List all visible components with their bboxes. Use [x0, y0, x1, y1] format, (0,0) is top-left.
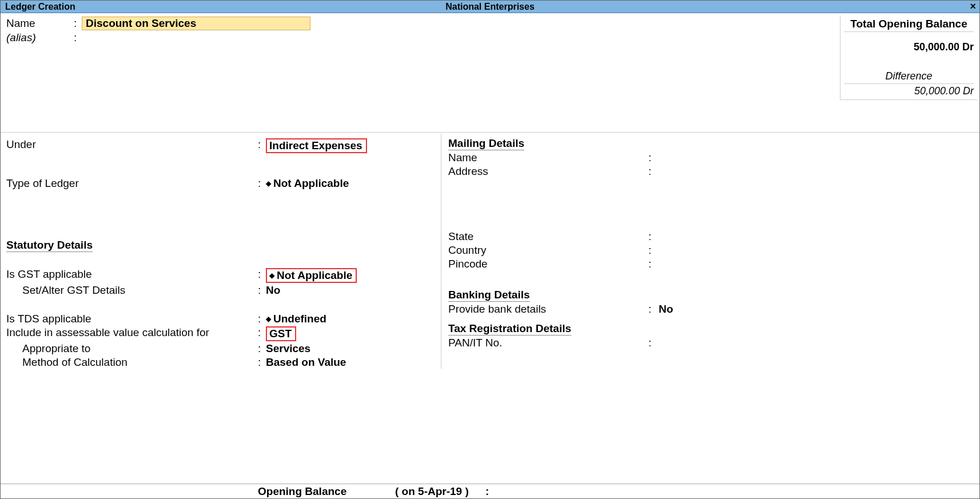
colon: : — [74, 31, 82, 44]
bank-details-label: Provide bank details — [448, 303, 648, 316]
under-label: Under — [6, 138, 258, 151]
method-calc-label: Method of Calculation — [22, 356, 258, 369]
colon: : — [648, 303, 659, 316]
tds-applicable-value[interactable]: Undefined — [266, 313, 326, 325]
type-of-ledger-label: Type of Ledger — [6, 177, 258, 190]
gst-applicable-value[interactable]: Not Applicable — [266, 268, 357, 283]
content-columns: Under : Indirect Expenses Type of Ledger… — [1, 133, 979, 369]
tds-applicable-label: Is TDS applicable — [6, 313, 258, 325]
colon: : — [648, 258, 659, 270]
total-opening-balance-heading: Total Opening Balance — [844, 18, 974, 32]
ledger-name-input[interactable]: Discount on Services — [82, 17, 310, 30]
opening-balance-box: Total Opening Balance 50,000.00 Dr Diffe… — [840, 15, 977, 100]
mailing-name-label: Name — [448, 151, 648, 164]
colon: : — [648, 244, 659, 257]
appropriate-to-label: Appropriate to — [22, 342, 258, 355]
under-value[interactable]: Indirect Expenses — [266, 138, 367, 153]
colon: : — [648, 165, 659, 178]
pincode-label: Pincode — [448, 258, 648, 270]
close-icon[interactable]: × — [970, 1, 976, 13]
name-section: Name : Discount on Services (alias) : — [1, 13, 979, 46]
gst-applicable-label: Is GST applicable — [6, 268, 258, 281]
colon: : — [258, 284, 266, 297]
title-bar: Ledger Creation National Enterprises × — [1, 1, 979, 13]
mailing-details-heading: Mailing Details — [448, 137, 524, 150]
colon: : — [258, 177, 266, 190]
opening-balance-label: Opening Balance — [258, 485, 346, 498]
set-alter-gst-label: Set/Alter GST Details — [22, 284, 258, 297]
left-column: Under : Indirect Expenses Type of Ledger… — [6, 134, 441, 369]
include-assessable-label: Include in assessable value calculation … — [6, 326, 258, 339]
include-assessable-value[interactable]: GST — [266, 326, 296, 341]
set-alter-gst-value[interactable]: No — [266, 284, 280, 297]
appropriate-to-value[interactable]: Services — [266, 342, 310, 355]
address-label: Address — [448, 165, 648, 178]
colon: : — [258, 342, 266, 355]
state-label: State — [448, 230, 648, 243]
method-calc-value[interactable]: Based on Value — [266, 356, 346, 369]
alias-label: (alias) — [6, 31, 74, 44]
statutory-details-heading: Statutory Details — [6, 239, 93, 252]
opening-balance-date: ( on 5-Apr-19 ) — [395, 485, 469, 498]
colon: : — [74, 17, 82, 30]
difference-label: Difference — [844, 70, 974, 84]
colon: : — [258, 268, 266, 281]
colon: : — [258, 356, 266, 369]
alias-input[interactable] — [82, 31, 310, 44]
colon: : — [648, 151, 659, 164]
window-title-left: Ledger Creation — [1, 2, 75, 12]
footer-bar: Opening Balance ( on 5-Apr-19 ) : — [1, 484, 979, 498]
country-label: Country — [448, 244, 648, 257]
bank-details-value[interactable]: No — [659, 303, 673, 316]
pan-label: PAN/IT No. — [448, 337, 648, 349]
difference-amount: 50,000.00 Dr — [844, 84, 974, 97]
colon: : — [648, 337, 659, 349]
colon: : — [485, 485, 489, 498]
total-opening-balance-amount: 50,000.00 Dr — [844, 41, 974, 53]
colon: : — [258, 138, 266, 151]
banking-details-heading: Banking Details — [448, 289, 530, 302]
colon: : — [258, 313, 266, 325]
colon: : — [258, 326, 266, 339]
name-label: Name — [6, 17, 74, 30]
right-column: Mailing Details Name : Address : State :… — [441, 134, 974, 369]
colon: : — [648, 230, 659, 243]
type-of-ledger-value[interactable]: Not Applicable — [266, 177, 349, 190]
company-name: National Enterprises — [445, 2, 535, 12]
tax-registration-heading: Tax Registration Details — [448, 322, 571, 336]
